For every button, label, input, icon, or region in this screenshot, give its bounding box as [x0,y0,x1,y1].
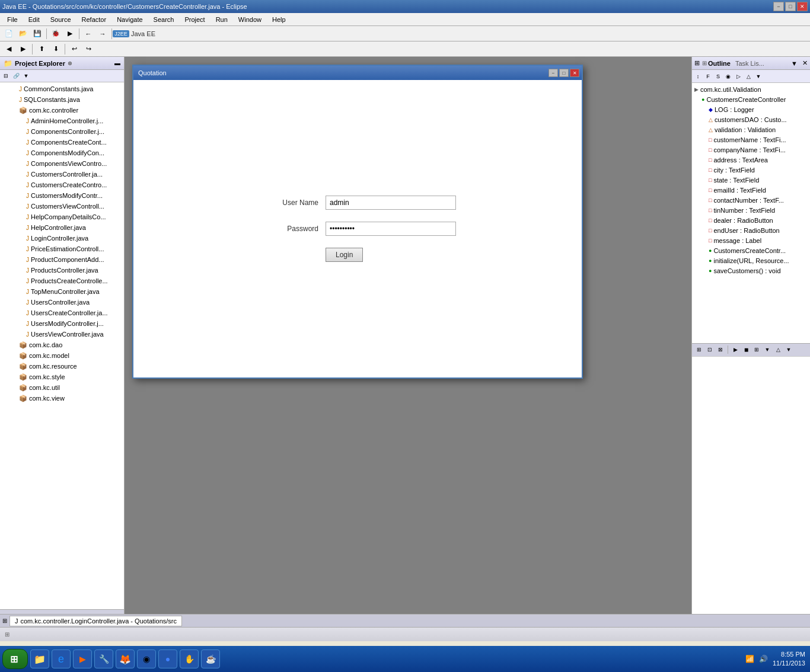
outline-item-validation[interactable]: ▶ com.kc.util.Validation [692,84,810,94]
tree-item-product-component[interactable]: J ProductComponentAdd... [0,254,124,265]
tree-item-customers-modify[interactable]: J CustomersModifyContr... [0,190,124,201]
menu-source[interactable]: Source [46,15,76,24]
project-tree[interactable]: J CommonConstants.java J SQLConstants.ja… [0,82,124,609]
tree-item-help[interactable]: J HelpController.java [0,222,124,233]
outline-item-end-user[interactable]: □ endUser : RadioButton [692,225,810,235]
perspective-java-ee[interactable]: J2EE [114,28,127,40]
toolbar-btn-6[interactable]: ↪ [82,43,95,55]
taskbar-ie[interactable]: e [52,649,71,668]
menu-help[interactable]: Help [267,15,291,24]
outline-item-dealer[interactable]: □ dealer : RadioButton [692,215,810,225]
tree-item-login[interactable]: J LoginController.java [0,233,124,244]
menu-file[interactable]: File [2,15,23,24]
outline-btn-7[interactable]: ▼ [754,72,763,81]
rb-btn-6[interactable]: ⊞ [752,345,761,354]
outline-btn-4[interactable]: ◉ [723,72,733,81]
menu-project[interactable]: Project [180,15,209,24]
tree-item-products-create[interactable]: J ProductsCreateControlle... [0,276,124,286]
menu-run[interactable]: Run [211,15,232,24]
task-list-tab[interactable]: Task Lis... [734,60,766,67]
menu-edit[interactable]: Edit [24,15,44,24]
run-button[interactable]: ▶ [63,28,76,40]
outline-item-company-name[interactable]: □ companyName : TextFi... [692,145,810,155]
toolbar-btn-5[interactable]: ↩ [68,43,81,55]
rb-btn-4[interactable]: ▶ [731,345,740,354]
tree-item-com-kc-style[interactable]: 📦 com.kc.style [0,372,124,382]
tree-item-com-kc-dao[interactable]: 📦 com.kc.dao [0,340,124,350]
tree-item-users-modify[interactable]: J UsersModifyController.j... [0,318,124,329]
taskbar-file-manager[interactable]: 📁 [30,649,49,668]
toolbar-btn-3[interactable]: ⬆ [35,43,48,55]
tree-item-components[interactable]: J ComponentsController.j... [0,126,124,137]
start-button[interactable]: ⊞ [2,649,28,669]
outline-item-state[interactable]: □ state : TextField [692,175,810,185]
outline-item-message[interactable]: □ message : Label [692,235,810,245]
menu-navigate[interactable]: Navigate [112,15,147,24]
login-button[interactable]: Login [326,248,363,262]
dialog-minimize-button[interactable]: − [548,69,558,77]
tree-item-common-constants[interactable]: J CommonConstants.java [0,84,124,94]
outline-item-address[interactable]: □ address : TextArea [692,155,810,165]
outline-item-customers-create-controller[interactable]: ● CustomersCreateController [692,94,810,104]
username-input[interactable] [326,196,456,210]
panel-close-button[interactable]: ✕ [800,59,810,67]
outline-btn-6[interactable]: △ [744,72,753,81]
collapse-all-button[interactable]: ⊟ [1,71,11,81]
view-menu-button[interactable]: ▼ [21,71,31,81]
outline-btn-3[interactable]: S [713,72,723,81]
outline-tab[interactable]: Outline [707,60,732,67]
tree-item-com-kc-view[interactable]: 📦 com.kc.view [0,393,124,404]
tree-item-components-create[interactable]: J ComponentsCreateCont... [0,137,124,148]
rb-btn-3[interactable]: ⊠ [716,345,725,354]
taskbar-app-blue[interactable]: ● [158,649,177,668]
menu-refactor[interactable]: Refactor [77,15,111,24]
tree-item-sql-constants[interactable]: J SQLConstants.java [0,94,124,105]
toolbar-btn-4[interactable]: ⬇ [49,43,62,55]
project-explorer-minimize[interactable]: ▬ [114,60,120,66]
minimize-button[interactable]: − [773,2,784,11]
tree-item-com-kc-resource[interactable]: 📦 com.kc.resource [0,361,124,372]
dialog-restore-button[interactable]: □ [559,69,569,77]
tree-item-customers-create[interactable]: J CustomersCreateContro... [0,180,124,190]
rb-btn-8[interactable]: △ [773,345,783,354]
outline-btn-2[interactable]: F [703,72,713,81]
outline-item-contact-number[interactable]: □ contactNumber : TextF... [692,195,810,205]
tree-item-components-modify[interactable]: J ComponentsModifyCon... [0,148,124,158]
outline-item-tin-number[interactable]: □ tinNumber : TextField [692,205,810,215]
password-input[interactable] [326,222,456,236]
forward-button[interactable]: → [96,28,109,40]
panel-menu-button[interactable]: ▼ [789,60,800,67]
taskbar-firefox[interactable]: 🦊 [116,649,135,668]
tree-item-users-view[interactable]: J UsersViewController.java [0,329,124,340]
dialog-close-button[interactable]: ✕ [570,69,579,77]
save-button[interactable]: 💾 [31,28,44,40]
taskbar-media-player[interactable]: ▶ [73,649,92,668]
close-button[interactable]: ✕ [797,2,808,11]
tree-item-com-kc-util[interactable]: 📦 com.kc.util [0,382,124,393]
rb-btn-9[interactable]: ▼ [784,345,793,354]
outline-item-initialize[interactable]: ● initialize(URL, Resource... [692,255,810,265]
outline-item-customers-dao[interactable]: △ customersDAO : Custo... [692,114,810,124]
outline-item-city[interactable]: □ city : TextField [692,165,810,175]
scrollbar-horizontal[interactable] [0,609,124,614]
taskbar-java[interactable]: ☕ [201,649,220,668]
tree-item-customers-view[interactable]: J CustomersViewControll... [0,201,124,212]
outline-btn-1[interactable]: ↕ [693,72,703,81]
taskbar-tools[interactable]: 🔧 [94,649,113,668]
active-file-tab[interactable]: J com.kc.controller.LoginController.java… [9,616,182,626]
open-button[interactable]: 📂 [17,28,30,40]
tree-item-users[interactable]: J UsersController.java [0,297,124,308]
outline-item-customer-name[interactable]: □ customerName : TextFi... [692,135,810,145]
outline-item-validation-field[interactable]: △ validation : Validation [692,124,810,135]
new-button[interactable]: 📄 [2,28,15,40]
menu-window[interactable]: Window [234,15,266,24]
outline-btn-5[interactable]: ▷ [734,72,743,81]
outline-item-constructor[interactable]: ● CustomersCreateContr... [692,245,810,255]
link-editor-button[interactable]: 🔗 [11,71,21,81]
taskbar-app-hand[interactable]: ✋ [180,649,199,668]
tree-item-admin-home[interactable]: J AdminHomeController.j... [0,116,124,126]
maximize-button[interactable]: □ [785,2,796,11]
rb-btn-2[interactable]: ⊡ [705,345,715,354]
outline-item-email[interactable]: □ emailId : TextField [692,185,810,195]
tree-item-top-menu[interactable]: J TopMenuController.java [0,286,124,297]
